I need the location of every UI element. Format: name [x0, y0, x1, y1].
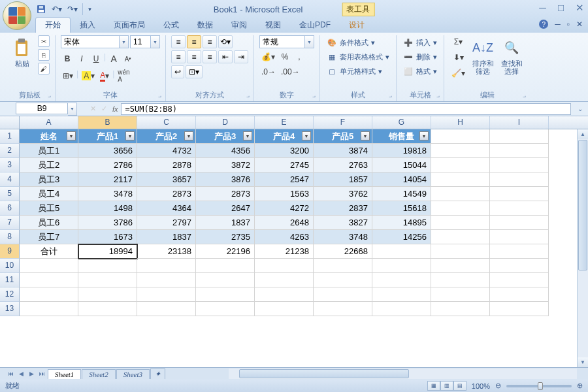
cell[interactable]: 1498: [78, 201, 137, 216]
row-header[interactable]: 6: [0, 201, 20, 216]
cell[interactable]: [490, 302, 549, 316]
ribbon-close-icon[interactable]: ✕: [576, 20, 583, 29]
increase-decimal-icon[interactable]: .0→: [259, 65, 278, 78]
cell[interactable]: [255, 273, 314, 287]
cell[interactable]: [196, 302, 255, 316]
cell[interactable]: 员工6: [20, 216, 78, 230]
fx-icon[interactable]: fx: [112, 105, 118, 113]
tab-insert[interactable]: 插入: [71, 18, 105, 33]
grid-body[interactable]: 1姓名▼产品1▼产品2▼产品3▼产品4▼产品5▼销售量▼2员工136564732…: [0, 129, 588, 367]
cell[interactable]: [137, 287, 196, 302]
cell[interactable]: [314, 302, 372, 316]
cell[interactable]: 22196: [196, 244, 255, 259]
cell-styles-button[interactable]: ▢单元格样式▾: [325, 64, 384, 78]
save-icon[interactable]: [35, 3, 47, 15]
zoom-out-icon[interactable]: ⊖: [495, 382, 501, 390]
merge-icon[interactable]: ⊡▾: [186, 65, 203, 78]
filter-icon[interactable]: ▼: [125, 131, 135, 140]
insert-cells-button[interactable]: ➕插入▾: [402, 35, 438, 50]
cell[interactable]: [255, 287, 314, 302]
cell[interactable]: [255, 259, 314, 273]
cell[interactable]: 4272: [255, 201, 314, 216]
undo-icon[interactable]: ↶▾: [51, 3, 63, 15]
align-center-icon[interactable]: ≡: [187, 50, 201, 63]
cell[interactable]: 22668: [314, 244, 372, 259]
decrease-decimal-icon[interactable]: .00→: [279, 65, 302, 78]
redo-icon[interactable]: ↷▾: [67, 3, 78, 15]
fill-icon[interactable]: ⬇▾: [449, 51, 467, 64]
cell[interactable]: 员工5: [20, 201, 78, 216]
filter-icon[interactable]: ▼: [302, 131, 311, 140]
cell[interactable]: 14895: [372, 216, 431, 230]
autosum-icon[interactable]: Σ▾: [449, 35, 467, 48]
cell[interactable]: [490, 187, 549, 201]
col-header[interactable]: I: [490, 116, 549, 129]
cell[interactable]: [372, 273, 431, 287]
cell[interactable]: 产品1▼: [78, 129, 137, 144]
orientation-icon[interactable]: ⟲▾: [218, 35, 233, 48]
sheet-tab[interactable]: Sheet3: [116, 369, 150, 379]
cell[interactable]: [431, 144, 490, 158]
cell[interactable]: 3200: [255, 144, 314, 158]
cell[interactable]: [490, 144, 549, 158]
cell[interactable]: [20, 259, 78, 273]
cell[interactable]: [490, 129, 549, 144]
col-header[interactable]: G: [372, 116, 431, 129]
row-header[interactable]: 13: [0, 302, 20, 316]
cell[interactable]: [431, 302, 490, 316]
row-header[interactable]: 7: [0, 216, 20, 230]
cell[interactable]: [314, 273, 372, 287]
cell[interactable]: 3827: [314, 216, 372, 230]
cell[interactable]: 14054: [372, 172, 431, 187]
filter-icon[interactable]: ▼: [243, 131, 252, 140]
wrap-text-icon[interactable]: ↩: [171, 65, 184, 78]
italic-button[interactable]: I: [75, 52, 88, 65]
shrink-font-button[interactable]: A▾: [122, 52, 135, 65]
cell[interactable]: 2735: [196, 230, 255, 244]
cell[interactable]: 产品3▼: [196, 129, 255, 144]
tab-design[interactable]: 设计: [340, 18, 374, 33]
copy-icon[interactable]: ⎘: [38, 49, 50, 61]
cell[interactable]: 23138: [137, 244, 196, 259]
qat-customize-icon[interactable]: ▼: [82, 3, 94, 15]
cell[interactable]: [78, 302, 137, 316]
border-button[interactable]: ⊞▾: [61, 69, 75, 82]
col-header[interactable]: C: [137, 116, 196, 129]
cell[interactable]: 19818: [372, 144, 431, 158]
minimize-icon[interactable]: ─: [539, 2, 546, 14]
cell[interactable]: 14549: [372, 187, 431, 201]
cell[interactable]: [431, 244, 490, 259]
format-painter-icon[interactable]: 🖌: [38, 63, 50, 74]
cell[interactable]: 4263: [255, 230, 314, 244]
percent-icon[interactable]: %: [278, 50, 291, 63]
cell[interactable]: 2547: [255, 172, 314, 187]
format-cells-button[interactable]: ⬜格式▾: [402, 64, 438, 78]
col-header[interactable]: E: [255, 116, 314, 129]
cell[interactable]: 4364: [137, 201, 196, 216]
cell[interactable]: [196, 273, 255, 287]
cell[interactable]: [372, 287, 431, 302]
sheet-nav-next-icon[interactable]: ▶: [26, 368, 37, 379]
cell[interactable]: 2745: [255, 158, 314, 172]
normal-view-icon[interactable]: ▦: [427, 381, 440, 391]
sheet-tab[interactable]: Sheet2: [82, 369, 115, 379]
filter-icon[interactable]: ▼: [67, 131, 76, 140]
office-button[interactable]: [3, 1, 31, 30]
clear-icon[interactable]: 🧹▾: [449, 67, 467, 80]
cell[interactable]: 3478: [78, 187, 137, 201]
align-bottom-icon[interactable]: ≡: [203, 35, 217, 48]
cell[interactable]: 1563: [255, 187, 314, 201]
font-size-input[interactable]: [130, 35, 151, 48]
zoom-slider[interactable]: [506, 385, 572, 387]
row-header[interactable]: 12: [0, 287, 20, 302]
cell[interactable]: 3876: [196, 172, 255, 187]
cell[interactable]: 2647: [196, 201, 255, 216]
paste-button[interactable]: 粘贴: [9, 35, 35, 69]
cell[interactable]: 3874: [314, 144, 372, 158]
tab-layout[interactable]: 页面布局: [105, 18, 154, 33]
cell[interactable]: [314, 287, 372, 302]
ribbon-minimize-icon[interactable]: ─: [555, 20, 561, 29]
cell[interactable]: 3748: [314, 230, 372, 244]
cell[interactable]: 2873: [196, 187, 255, 201]
conditional-format-button[interactable]: 🎨条件格式▾: [325, 35, 376, 50]
